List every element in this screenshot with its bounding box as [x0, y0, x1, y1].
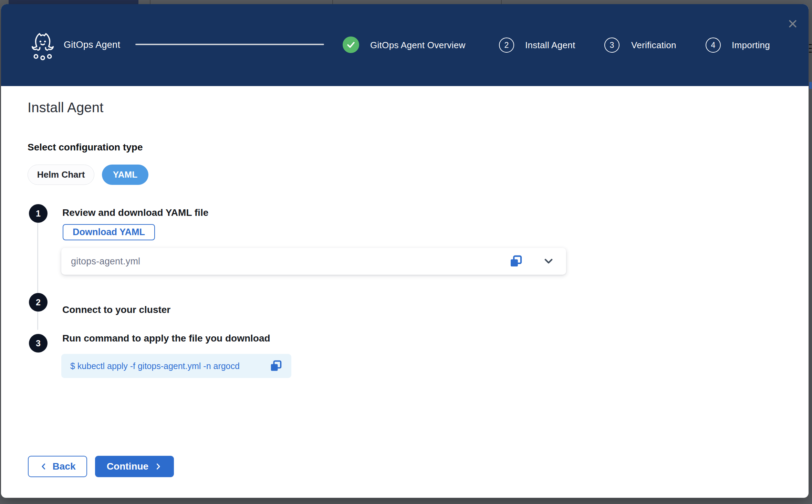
kubectl-command-box: $ kubectl apply -f gitops-agent.yml -n a… — [61, 354, 291, 378]
menu-icon — [809, 44, 812, 45]
yaml-file-card[interactable]: gitops-agent.yml — [61, 248, 566, 275]
body-step-3-title: Run command to apply the file you downlo… — [62, 333, 270, 344]
tab-divider — [150, 0, 150, 4]
step-connector-line — [37, 218, 38, 330]
body-step-1-title: Review and download YAML file — [62, 207, 208, 218]
wizard-step-install-agent[interactable]: Install Agent — [525, 40, 575, 51]
page-title: Install Agent — [28, 100, 104, 115]
config-type-label: Select configuration type — [28, 142, 143, 153]
continue-button[interactable]: Continue — [95, 456, 174, 477]
background-page-fragment — [809, 82, 812, 89]
download-yaml-button[interactable]: Download YAML — [63, 224, 155, 240]
body-step-2-title: Connect to your cluster — [62, 304, 170, 315]
gitops-agent-wizard-modal: GitOps Agent GitOps Agent Overview 2 Ins… — [1, 4, 809, 498]
wizard-step-2-circle[interactable]: 2 — [499, 38, 514, 53]
tab-divider — [501, 0, 502, 4]
copy-icon[interactable] — [269, 359, 282, 372]
continue-button-label: Continue — [107, 461, 148, 472]
chevron-down-icon[interactable] — [543, 255, 554, 267]
browser-tab-strip — [0, 0, 812, 4]
menu-icon — [809, 52, 812, 53]
body-step-2-circle: 2 — [29, 293, 48, 312]
body-step-3-circle: 3 — [29, 334, 48, 353]
chevron-left-icon — [40, 462, 48, 471]
wizard-step-overview[interactable]: GitOps Agent Overview — [370, 40, 466, 51]
config-option-helm-chart[interactable]: Helm Chart — [28, 165, 94, 185]
back-button[interactable]: Back — [28, 456, 87, 477]
wizard-step-verification[interactable]: Verification — [631, 40, 676, 51]
progress-line — [135, 44, 324, 45]
menu-icon — [809, 48, 812, 49]
copy-icon[interactable] — [509, 254, 523, 268]
wizard-step-3-circle[interactable]: 3 — [604, 38, 620, 53]
tab-divider — [332, 0, 333, 4]
step-complete-check-icon — [343, 36, 359, 53]
wizard-step-importing[interactable]: Importing — [732, 40, 770, 51]
body-step-1-circle: 1 — [29, 204, 48, 223]
chevron-right-icon — [154, 462, 162, 471]
gitops-agent-logo-icon — [31, 30, 54, 62]
wizard-step-4-circle[interactable]: 4 — [706, 38, 721, 53]
config-option-yaml[interactable]: YAML — [102, 165, 148, 185]
kubectl-command: $ kubectl apply -f gitops-agent.yml -n a… — [70, 361, 269, 371]
yaml-file-name: gitops-agent.yml — [71, 256, 509, 267]
browser-active-tab — [9, 0, 138, 4]
wizard-header: GitOps Agent GitOps Agent Overview 2 Ins… — [1, 4, 809, 86]
back-button-label: Back — [53, 461, 76, 472]
wizard-title: GitOps Agent — [64, 40, 120, 50]
close-icon[interactable] — [785, 17, 800, 31]
